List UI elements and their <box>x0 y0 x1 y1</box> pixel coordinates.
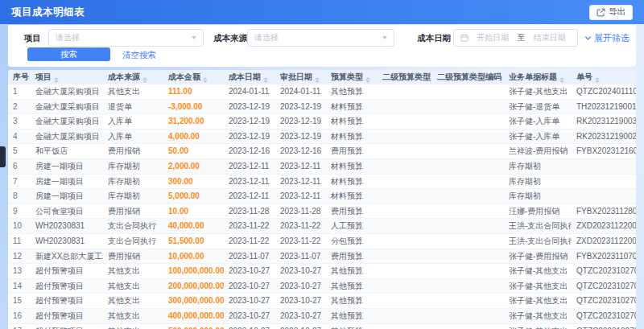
cell-5: 2023-11-22 <box>275 219 326 234</box>
cell-3: 111.00 <box>163 84 224 99</box>
table-row: 16超付预警项目其他支出400,000,000.002023-10-272023… <box>8 308 636 323</box>
table-row: 6房建一期项目库存期初2,000.002023-12-112023-12-11材… <box>8 158 636 174</box>
cell-0: 15 <box>8 294 31 309</box>
cell-6: 其他预算 <box>326 308 378 323</box>
cell-4: 2023-11-28 <box>224 204 275 219</box>
chevron-down-icon <box>382 36 387 39</box>
sort-caret-icon[interactable] <box>595 77 600 84</box>
column-header-8[interactable]: 二级预算类型编码 <box>432 70 504 84</box>
sort-caret-icon[interactable] <box>315 77 320 84</box>
cell-5: 2023-12-19 <box>275 114 326 130</box>
cell-1: 金融大厦采购项目 <box>31 114 103 130</box>
cell-2: 其他支出 <box>103 84 163 99</box>
column-header-7[interactable]: 二级预算类型 <box>378 70 432 84</box>
export-button[interactable]: 导出 <box>589 5 633 20</box>
expand-filters-label: 展开筛选 <box>594 32 630 44</box>
cell-8 <box>432 249 504 264</box>
cell-3: 50.00 <box>163 144 224 159</box>
cell-8 <box>432 278 504 294</box>
cell-6: 人工预算 <box>326 219 378 234</box>
project-select[interactable]: 请选择 <box>48 29 204 47</box>
column-header-label: 成本日期 <box>229 72 261 81</box>
sort-caret-icon[interactable] <box>54 77 59 84</box>
page-title: 项目成本明细表 <box>11 6 85 19</box>
cell-1: WH20230831 <box>31 233 103 249</box>
cell-10: ZXD20231122002 <box>572 219 636 234</box>
cell-3: 2,000.00 <box>163 158 224 174</box>
column-header-3[interactable]: 成本金额 <box>163 70 224 84</box>
cell-4: 2023-10-27 <box>224 264 275 279</box>
cell-9: 库存期初 <box>504 189 572 204</box>
cell-7 <box>378 323 432 329</box>
cell-3: 300,000,000.00 <box>163 294 224 309</box>
table-header-row: 序号项目成本来源成本金额成本日期审批日期预算类型二级预算类型二级预算类型编码业务… <box>8 70 636 84</box>
cell-0: 4 <box>8 129 31 144</box>
column-header-4[interactable]: 成本日期 <box>224 70 275 84</box>
cell-7 <box>378 233 432 249</box>
sort-caret-icon[interactable] <box>142 77 147 84</box>
column-header-label: 审批日期 <box>280 72 312 81</box>
cell-8 <box>432 129 504 144</box>
cell-7 <box>378 174 432 189</box>
cell-7 <box>378 294 432 309</box>
column-header-0: 序号 <box>8 70 31 84</box>
sort-caret-icon[interactable] <box>559 77 564 84</box>
cost-table: 序号项目成本来源成本金额成本日期审批日期预算类型二级预算类型二级预算类型编码业务… <box>8 70 636 329</box>
sort-caret-icon[interactable] <box>203 77 208 84</box>
calendar-icon <box>460 34 469 42</box>
sort-caret-icon[interactable] <box>263 77 268 84</box>
cell-3: 5,000.00 <box>163 189 224 204</box>
column-header-label: 成本金额 <box>168 72 200 81</box>
cell-0: 6 <box>8 158 31 174</box>
cell-6: 费用预算 <box>326 204 378 219</box>
cell-0: 9 <box>8 204 31 219</box>
clear-search-button[interactable]: 清空搜索 <box>122 50 156 61</box>
column-header-9[interactable]: 业务单据标题 <box>504 70 572 84</box>
drawer-handle[interactable] <box>0 146 6 167</box>
cell-2: 支出合同执行 <box>103 219 163 234</box>
cell-9: 库存期初 <box>504 174 572 189</box>
cell-8 <box>432 99 504 114</box>
cell-9: 张子健-其他支出 <box>504 278 572 294</box>
cell-1: 超付预警项目 <box>31 323 103 329</box>
cell-9: 王洪-支出合同执行 <box>504 219 572 234</box>
search-button[interactable]: 搜索 <box>27 47 110 61</box>
cost-source-select[interactable]: 请选择 <box>247 29 394 47</box>
cell-1: 超付预警项目 <box>31 264 103 279</box>
cell-5: 2023-11-07 <box>275 249 326 264</box>
cell-9: 张子健-入库单 <box>504 129 572 144</box>
cell-2: 其他支出 <box>103 323 163 329</box>
cell-4: 2023-11-22 <box>224 219 275 234</box>
cell-1: WH20230831 <box>31 219 103 234</box>
cell-2: 其他支出 <box>103 264 163 279</box>
cell-6: 材料预算 <box>326 158 378 174</box>
column-header-5[interactable]: 审批日期 <box>275 70 326 84</box>
cell-10: FYBX20231107001 <box>572 249 636 264</box>
cost-date-range-picker[interactable]: 开始日期 至 结束日期 <box>453 29 578 47</box>
cell-9: 张子健-其他支出 <box>504 323 572 329</box>
column-header-label: 序号 <box>13 72 29 81</box>
cell-10: QTZC20231027002 <box>572 264 636 279</box>
expand-filters-link[interactable]: 展开筛选 <box>584 32 630 44</box>
column-header-6[interactable]: 预算类型 <box>326 70 378 84</box>
cell-6: 费用预算 <box>326 144 378 159</box>
export-icon <box>597 8 605 17</box>
column-header-1[interactable]: 项目 <box>31 70 103 84</box>
topbar: 项目成本明细表 导出 <box>0 0 644 24</box>
table-row: 15超付预警项目其他支出300,000,000.002023-10-272023… <box>8 294 636 309</box>
cell-9: 张子健-入库单 <box>504 114 572 130</box>
cell-10: FYBX20231128001 <box>572 204 636 219</box>
column-header-2[interactable]: 成本来源 <box>103 70 163 84</box>
cell-2: 支出合同执行 <box>103 233 163 249</box>
cell-4: 2023-12-19 <box>224 114 275 130</box>
cell-1: 金融大厦采购项目 <box>31 129 103 144</box>
sort-caret-icon[interactable] <box>365 77 370 84</box>
cell-5: 2023-12-19 <box>275 99 326 114</box>
cell-8 <box>432 233 504 249</box>
cell-0: 11 <box>8 233 31 249</box>
cell-10: RK20231219003 <box>572 114 636 130</box>
cell-3: 4,000.00 <box>163 129 224 144</box>
cell-6: 材料预算 <box>326 129 378 144</box>
column-header-10[interactable]: 单号 <box>572 70 636 84</box>
cell-2: 费用报销 <box>103 204 163 219</box>
